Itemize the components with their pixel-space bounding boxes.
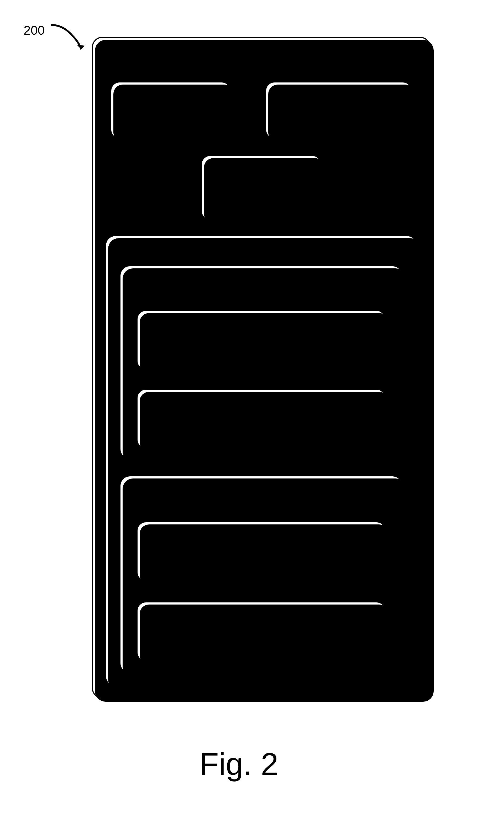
figure-caption: Fig. 2 <box>199 746 278 782</box>
ref-arrow <box>47 21 92 55</box>
threat-analysis-data-num: 216 <box>251 551 271 564</box>
other-program-modules-title: Other Program Module(s) <box>195 403 327 417</box>
system-memory-title: System Memory <box>211 243 289 256</box>
threat-analyzing-module-title: Threat-Analyzing Module <box>198 324 325 338</box>
threat-analyzing-module-num: 114 <box>251 339 271 352</box>
program-modules-num: 210 <box>251 289 271 302</box>
program-data-title: Program Data <box>226 484 297 498</box>
program-modules-title: Program Modules <box>216 273 306 288</box>
processors-title: Processor(s) <box>137 96 205 110</box>
device-title-text: TAM Client Computing Device <box>172 46 327 60</box>
figure-canvas: 200 TAM Client Computing Device 110 Proc… <box>0 0 504 833</box>
program-data-num: 212 <box>251 499 271 512</box>
threat-analyzing-module-box: Threat-Analyzing Module 114 <box>137 310 386 370</box>
threat-analysis-data-box: Threat Analysis Data 216 <box>137 521 386 582</box>
network-interfaces-title: Network Interfaces <box>289 96 388 110</box>
other-program-modules-box: Other Program Module(s) 214 <box>137 389 386 449</box>
device-title: TAM Client Computing Device 110 <box>93 46 429 60</box>
figure-ref-number: 200 <box>24 23 45 38</box>
other-program-data-box: Other Program Data 218 <box>137 601 386 662</box>
system-memory-num: 208 <box>292 243 311 256</box>
io-interfaces-num: 206 <box>251 195 271 208</box>
system-memory-header: System Memory 208 <box>106 243 416 257</box>
processors-box: Processor(s) 202 <box>110 81 231 139</box>
io-interfaces-title-l2: Interfaces <box>235 180 287 194</box>
device-title-num: 110 <box>330 46 351 60</box>
io-interfaces-box: Input/Output Interfaces 206 <box>201 155 321 221</box>
threat-analysis-data-title: Threat Analysis Data <box>209 536 313 550</box>
network-interfaces-box: Network Interfaces 204 <box>265 81 412 139</box>
network-interfaces-num: 204 <box>329 111 348 124</box>
processors-num: 202 <box>161 111 180 124</box>
other-program-modules-num: 214 <box>251 418 271 431</box>
io-interfaces-title-l1: Input/Output <box>229 165 293 180</box>
other-program-data-title: Other Program Data <box>209 616 313 630</box>
other-program-data-num: 218 <box>251 631 271 644</box>
